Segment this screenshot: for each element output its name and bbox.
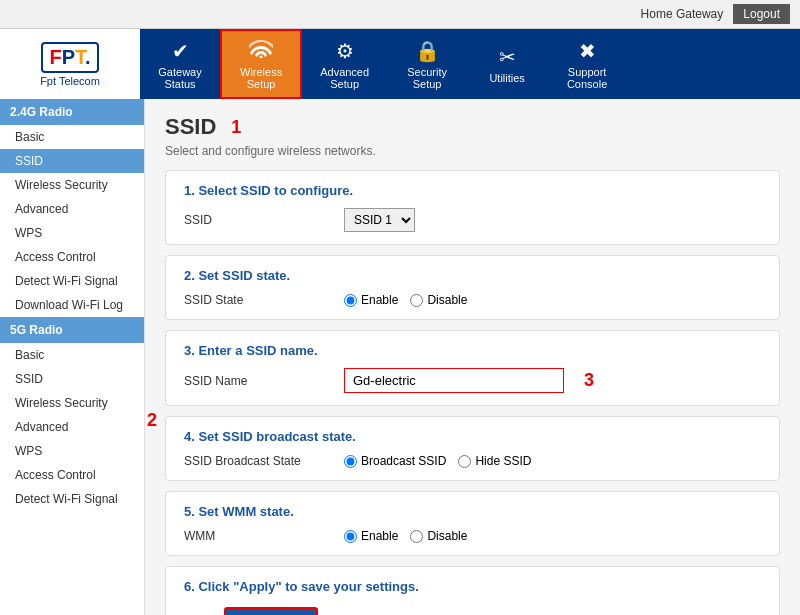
main-layout: 2.4G Radio Basic SSID Wireless Security … [0, 99, 800, 615]
section-title-6: 6. Click "Apply" to save your settings. [184, 579, 761, 594]
header: FPT. Fpt Telecom ✔ GatewayStatus Wireles… [0, 29, 800, 99]
wmm-value: Enable Disable [344, 529, 467, 543]
sidebar-item-5g-access-control[interactable]: Access Control [0, 463, 144, 487]
ssid-name-value: 3 [344, 368, 594, 393]
logout-button[interactable]: Logout [733, 4, 790, 24]
annotation-2: 2 [147, 409, 157, 430]
wmm-enable-label[interactable]: Enable [344, 529, 398, 543]
utilities-icon: ✂ [499, 45, 516, 69]
sidebar-item-5g-wps[interactable]: WPS [0, 439, 144, 463]
ssid-name-input[interactable] [344, 368, 564, 393]
nav-security-setup-label: SecuritySetup [407, 66, 447, 90]
svg-point-0 [260, 56, 263, 59]
field-row-wmm: WMM Enable Disable [184, 529, 761, 543]
ssid-state-disable-radio[interactable] [410, 294, 423, 307]
section-ssid-broadcast: 4. Set SSID broadcast state. SSID Broadc… [165, 416, 780, 481]
sidebar-item-5g-basic[interactable]: Basic [0, 343, 144, 367]
ssid-select[interactable]: SSID 1 SSID 2 SSID 3 SSID 4 [344, 208, 415, 232]
page-subtitle: Select and configure wireless networks. [165, 144, 780, 158]
page-title: SSID [165, 114, 216, 140]
hand-icon: ☞ [184, 604, 216, 615]
logo-t: T [75, 46, 85, 68]
section-ssid-state: 2. Set SSID state. SSID State Enable Dis… [165, 255, 780, 320]
logo: FPT. [41, 42, 98, 73]
sidebar-item-2g-download-log[interactable]: Download Wi-Fi Log [0, 293, 144, 317]
field-row-ssid-broadcast: SSID Broadcast State Broadcast SSID Hide… [184, 454, 761, 468]
nav-security-setup[interactable]: 🔒 SecuritySetup [387, 29, 467, 99]
hide-ssid-label[interactable]: Hide SSID [458, 454, 531, 468]
ssid-state-label: SSID State [184, 293, 344, 307]
hide-ssid-radio[interactable] [458, 455, 471, 468]
logo-p: P [62, 46, 75, 68]
section-title-5: 5. Set WMM state. [184, 504, 761, 519]
ssid-state-enable-label[interactable]: Enable [344, 293, 398, 307]
apply-button[interactable]: Apply [224, 607, 318, 616]
logo-area: FPT. Fpt Telecom [0, 29, 140, 99]
field-row-ssid-name: SSID Name 3 [184, 368, 761, 393]
nav-support-console[interactable]: ✖ SupportConsole [547, 29, 627, 99]
wireless-setup-icon [249, 38, 273, 63]
field-row-ssid-state: SSID State Enable Disable [184, 293, 761, 307]
nav-items: ✔ GatewayStatus WirelessSetup ⚙ Advanced… [140, 29, 800, 99]
sidebar-group-header-5g: 5G Radio [0, 317, 144, 343]
nav-wireless-setup[interactable]: WirelessSetup [220, 29, 302, 99]
top-bar: Home Gateway Logout [0, 0, 800, 29]
sidebar-item-2g-detect-wifi[interactable]: Detect Wi-Fi Signal [0, 269, 144, 293]
ssid-field-value: SSID 1 SSID 2 SSID 3 SSID 4 [344, 208, 415, 232]
nav-advanced-setup-label: AdvancedSetup [320, 66, 369, 90]
broadcast-ssid-radio[interactable] [344, 455, 357, 468]
section-title-2: 2. Set SSID state. [184, 268, 761, 283]
ssid-state-value: Enable Disable [344, 293, 467, 307]
sidebar-item-5g-ssid[interactable]: SSID [0, 367, 144, 391]
home-gateway-label: Home Gateway [641, 7, 724, 21]
broadcast-ssid-label[interactable]: Broadcast SSID [344, 454, 446, 468]
annotation-3: 3 [584, 370, 594, 391]
nav-gateway-status[interactable]: ✔ GatewayStatus [140, 29, 220, 99]
sidebar-item-5g-detect-wifi[interactable]: Detect Wi-Fi Signal [0, 487, 144, 511]
sidebar-group-header-2g: 2.4G Radio [0, 99, 144, 125]
gateway-status-icon: ✔ [172, 39, 189, 63]
nav-wireless-setup-label: WirelessSetup [240, 66, 282, 90]
content-area: SSID 1 Select and configure wireless net… [145, 99, 800, 615]
wmm-disable-radio[interactable] [410, 530, 423, 543]
support-console-icon: ✖ [579, 39, 596, 63]
nav-gateway-status-label: GatewayStatus [158, 66, 201, 90]
sidebar-item-5g-advanced[interactable]: Advanced [0, 415, 144, 439]
field-row-ssid: SSID SSID 1 SSID 2 SSID 3 SSID 4 [184, 208, 761, 232]
wmm-disable-label[interactable]: Disable [410, 529, 467, 543]
logo-f: F [49, 46, 61, 68]
nav-utilities[interactable]: ✂ Utilities [467, 29, 547, 99]
sidebar-item-2g-access-control[interactable]: Access Control [0, 245, 144, 269]
ssid-state-disable-label[interactable]: Disable [410, 293, 467, 307]
ssid-field-label: SSID [184, 213, 344, 227]
sidebar-item-2g-wireless-security[interactable]: Wireless Security [0, 173, 144, 197]
ssid-broadcast-value: Broadcast SSID Hide SSID [344, 454, 531, 468]
sidebar-item-2g-basic[interactable]: Basic [0, 125, 144, 149]
section-wmm-state: 5. Set WMM state. WMM Enable Disable [165, 491, 780, 556]
security-setup-icon: 🔒 [415, 39, 440, 63]
sidebar-item-5g-wireless-security[interactable]: Wireless Security [0, 391, 144, 415]
section-apply: 6. Click "Apply" to save your settings. … [165, 566, 780, 615]
sidebar: 2.4G Radio Basic SSID Wireless Security … [0, 99, 145, 615]
ssid-state-enable-radio[interactable] [344, 294, 357, 307]
nav-support-console-label: SupportConsole [567, 66, 607, 90]
section-ssid-name: 3. Enter a SSID name. SSID Name 3 [165, 330, 780, 406]
nav-advanced-setup[interactable]: ⚙ AdvancedSetup [302, 29, 387, 99]
sidebar-item-2g-advanced[interactable]: Advanced [0, 197, 144, 221]
wmm-enable-radio[interactable] [344, 530, 357, 543]
wmm-label: WMM [184, 529, 344, 543]
apply-section: ☞ Apply 4 [184, 604, 761, 615]
annotation-1: 1 [231, 117, 241, 138]
advanced-setup-icon: ⚙ [336, 39, 354, 63]
section-title-1: 1. Select SSID to configure. [184, 183, 761, 198]
section-select-ssid: 1. Select SSID to configure. SSID SSID 1… [165, 170, 780, 245]
section-title-3: 3. Enter a SSID name. [184, 343, 761, 358]
nav-utilities-label: Utilities [489, 72, 524, 84]
section-title-4: 4. Set SSID broadcast state. [184, 429, 761, 444]
ssid-name-label: SSID Name [184, 374, 344, 388]
sidebar-item-2g-wps[interactable]: WPS [0, 221, 144, 245]
sidebar-item-2g-ssid[interactable]: SSID [0, 149, 144, 173]
logo-subtitle: Fpt Telecom [40, 75, 100, 87]
ssid-broadcast-label: SSID Broadcast State [184, 454, 344, 468]
